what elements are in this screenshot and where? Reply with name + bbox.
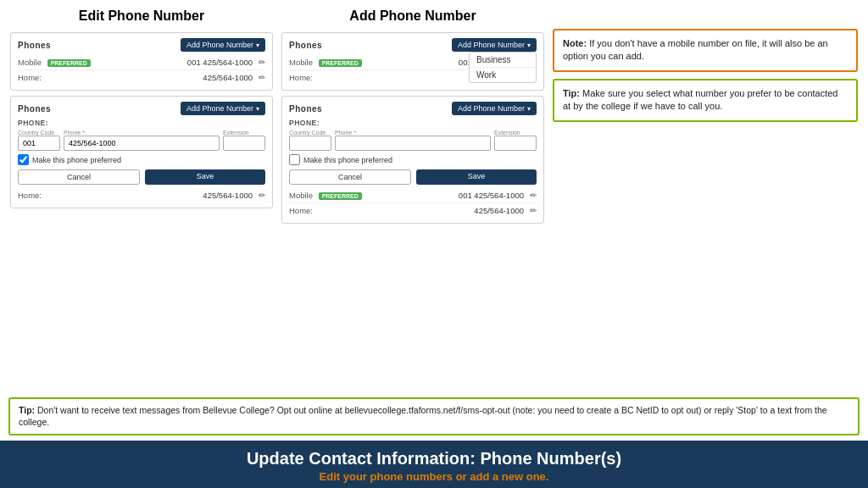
left-add-phone-btn[interactable]: Add Phone Number ▾ <box>181 38 265 52</box>
tip-bar-title: Tip: <box>19 405 35 415</box>
form-buttons: Cancel Save <box>18 169 265 185</box>
preferred-checkbox-label: Make this phone preferred <box>32 156 121 164</box>
extension-label: Extension <box>223 130 265 136</box>
mid-title: Add Phone Number <box>281 8 544 24</box>
edit-icon-2[interactable]: ✏ <box>259 73 265 82</box>
left-mobile-row: Mobile PREFERRED 001 425/564-1000 ✏ <box>18 55 265 70</box>
mid-column: Add Phone Number Phones Add Phone Number… <box>281 8 544 392</box>
mid-preferred-checkbox[interactable] <box>289 154 300 165</box>
mid-country-code-input[interactable] <box>289 136 331 151</box>
right-column: Note: If you don't have a mobile number … <box>553 8 858 392</box>
left-add-phone-btn-2[interactable]: Add Phone Number ▾ <box>181 102 265 115</box>
phone-input[interactable] <box>64 136 220 151</box>
edit-icon-6[interactable]: ✏ <box>530 191 537 200</box>
left-column: Edit Phone Number Phones Add Phone Numbe… <box>10 8 273 392</box>
preferred-badge: PREFERRED <box>47 59 91 67</box>
preferred-checkbox-row: Make this phone preferred <box>18 154 265 165</box>
phone-input-label: Phone * <box>64 130 220 136</box>
add-dropdown: Business Work <box>469 52 537 83</box>
mid-country-code-label: Country Code <box>289 130 331 136</box>
mid-home-row-2: Home: 425/564-1000 ✏ <box>289 203 537 218</box>
left-panel2-label: Phones <box>18 104 51 114</box>
left-panel1-label: Phones <box>18 41 51 50</box>
tip-text: Make sure you select what number you pre… <box>563 88 837 111</box>
left-panel1-header: Phones Add Phone Number ▾ <box>18 38 265 52</box>
mid-phone-form-row: Country Code Phone * Extension <box>289 130 537 151</box>
save-button[interactable]: Save <box>145 169 265 185</box>
tip-box: Tip: Make sure you select what number yo… <box>553 79 858 122</box>
caret-icon-4: ▾ <box>527 105 531 113</box>
note-box: Note: If you don't have a mobile number … <box>553 29 858 72</box>
left-title: Edit Phone Number <box>10 8 273 24</box>
dropdown-work[interactable]: Work <box>470 68 536 82</box>
cancel-button[interactable]: Cancel <box>18 169 140 185</box>
caret-icon: ▾ <box>256 42 259 49</box>
tip-bar-text: Don't want to receive text messages from… <box>19 405 827 428</box>
mid-preferred-checkbox-label: Make this phone preferred <box>303 156 392 164</box>
edit-icon-3[interactable]: ✏ <box>259 191 265 200</box>
mid-form-buttons: Cancel Save <box>289 169 537 185</box>
mid-preferred-checkbox-row: Make this phone preferred <box>289 154 537 165</box>
mid-add-phone-btn[interactable]: Add Phone Number ▾ <box>452 38 537 52</box>
mid-cancel-button[interactable]: Cancel <box>289 169 411 185</box>
left-panel2-header: Phones Add Phone Number ▾ <box>18 102 265 115</box>
caret-icon-2: ▾ <box>256 105 259 113</box>
mid-phone-input[interactable] <box>335 136 491 151</box>
left-panel-2: Phones Add Phone Number ▾ PHONE: Country… <box>10 96 273 208</box>
tip-bar: Tip: Don't want to receive text messages… <box>8 397 860 435</box>
mid-extension-label: Extension <box>494 130 537 136</box>
left-panel-1: Phones Add Phone Number ▾ Mobile PREFERR… <box>10 32 273 91</box>
mid-save-button[interactable]: Save <box>416 169 537 185</box>
caret-icon-3: ▾ <box>527 42 531 49</box>
country-code-input[interactable] <box>18 136 60 151</box>
phone-field-label: PHONE: <box>18 119 265 127</box>
footer-title: Update Contact Information: Phone Number… <box>17 449 851 469</box>
note-title: Note: <box>563 38 587 48</box>
left-home-row: Home: 425/564-1000 ✏ <box>18 70 265 85</box>
dropdown-business[interactable]: Business <box>470 53 536 68</box>
preferred-badge-3: PREFERRED <box>319 192 362 200</box>
mid-extension-input[interactable] <box>494 136 537 151</box>
phone-form-row: Country Code Phone * Extension <box>18 130 265 151</box>
extension-input[interactable] <box>223 136 265 151</box>
edit-icon-7[interactable]: ✏ <box>530 206 537 215</box>
mid-panel1-label: Phones <box>289 41 322 50</box>
mid-panel2-label: Phones <box>289 104 322 114</box>
mid-panel2-header: Phones Add Phone Number ▾ <box>289 102 537 115</box>
country-code-label: Country Code <box>18 130 60 136</box>
footer-subtitle: Edit your phone numbers or add a new one… <box>17 470 851 483</box>
top-section: Edit Phone Number Phones Add Phone Numbe… <box>0 0 868 397</box>
mid-phone-input-label: Phone * <box>335 130 491 136</box>
preferred-checkbox[interactable] <box>18 154 29 165</box>
mid-mobile-row-2: Mobile PREFERRED 001 425/564-1000 ✏ <box>289 188 537 203</box>
mid-add-phone-btn-2[interactable]: Add Phone Number ▾ <box>452 102 537 115</box>
footer-banner: Update Contact Information: Phone Number… <box>0 441 868 488</box>
edit-icon[interactable]: ✏ <box>259 58 265 67</box>
mid-panel1-header: Phones Add Phone Number ▾ <box>289 38 537 52</box>
mid-panel-2: Phones Add Phone Number ▾ PHONE: Country… <box>281 96 544 224</box>
tip-title: Tip: <box>563 88 580 98</box>
mid-phone-field-label: PHONE: <box>289 119 537 127</box>
mid-panel-1: Phones Add Phone Number ▾ Business Work … <box>281 32 544 91</box>
left-home-row-2: Home: 425/564-1000 ✏ <box>18 188 265 202</box>
preferred-badge-2: PREFERRED <box>319 59 362 67</box>
main-container: Edit Phone Number Phones Add Phone Numbe… <box>0 0 868 488</box>
note-text: If you don't have a mobile number on fil… <box>563 38 828 61</box>
